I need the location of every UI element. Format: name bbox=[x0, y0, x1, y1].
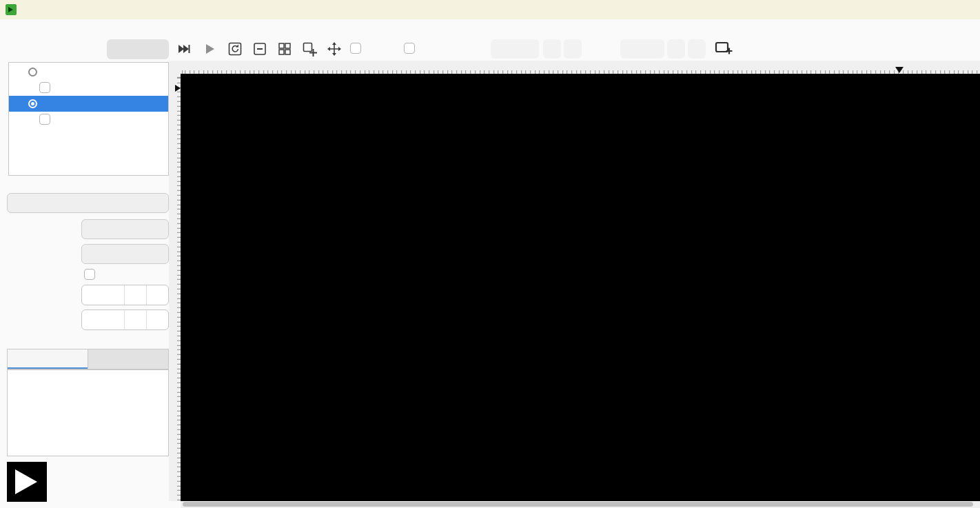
close-button[interactable] bbox=[949, 0, 980, 19]
info-tabbar bbox=[7, 349, 169, 369]
y-min-minus-button[interactable] bbox=[667, 39, 685, 59]
y-max-minus-button[interactable] bbox=[543, 39, 561, 59]
app-icon bbox=[6, 4, 17, 15]
y-tick-label bbox=[170, 131, 179, 159]
play-icon bbox=[202, 41, 217, 57]
y-tick-label bbox=[170, 178, 179, 205]
tree-row-device-1[interactable] bbox=[9, 96, 168, 112]
play-capture-button[interactable] bbox=[199, 40, 220, 58]
average-value[interactable] bbox=[82, 285, 125, 305]
move-plot-button[interactable] bbox=[324, 40, 345, 58]
average-spinner bbox=[81, 285, 169, 305]
y-min-input[interactable] bbox=[620, 39, 664, 59]
device-radio[interactable] bbox=[28, 68, 37, 77]
y-axis-ruler bbox=[169, 74, 181, 501]
adi-triangle-icon bbox=[7, 462, 47, 502]
y-tick-label bbox=[170, 318, 179, 346]
y-tick-label bbox=[170, 459, 179, 487]
y-tick-label bbox=[170, 225, 179, 252]
x-axis-ruler bbox=[169, 61, 980, 74]
disable-all-button[interactable] bbox=[107, 39, 169, 59]
new-plot-button[interactable] bbox=[714, 39, 733, 58]
minimize-button[interactable] bbox=[887, 0, 918, 19]
repeat-capture-icon bbox=[227, 41, 243, 57]
tree-row-device-0[interactable] bbox=[9, 64, 168, 80]
channel-checkbox[interactable] bbox=[39, 82, 50, 93]
adi-logo-icon bbox=[6, 4, 17, 15]
titlebar bbox=[0, 0, 980, 19]
add-window-button[interactable] bbox=[299, 40, 320, 58]
x-ruler-position-marker[interactable] bbox=[895, 67, 904, 73]
tree-row-channel-1-0[interactable] bbox=[9, 112, 168, 128]
y-tick-label bbox=[170, 412, 179, 440]
device-radio[interactable] bbox=[28, 99, 37, 108]
grid-icon bbox=[277, 41, 292, 57]
window-correction-checkbox[interactable] bbox=[84, 269, 95, 280]
show-grid-checkbox[interactable] bbox=[404, 43, 415, 54]
tab-devices[interactable] bbox=[88, 349, 168, 369]
window-plus-icon bbox=[302, 41, 317, 57]
y-max-input[interactable] bbox=[491, 39, 539, 59]
fft-size-combo[interactable] bbox=[81, 219, 169, 239]
pwr-offset-value[interactable] bbox=[82, 310, 125, 329]
fft-spectrum-plot[interactable] bbox=[181, 74, 980, 501]
capture-forward-button[interactable] bbox=[174, 40, 194, 58]
single-plot-button[interactable] bbox=[249, 40, 270, 58]
menubar bbox=[0, 19, 980, 36]
y-ruler-position-marker[interactable] bbox=[175, 85, 181, 92]
tree-row-channel-0-0[interactable] bbox=[9, 80, 168, 96]
move-cross-icon bbox=[327, 41, 342, 57]
analog-devices-logo-mark bbox=[7, 462, 47, 502]
maximize-button[interactable] bbox=[918, 0, 949, 19]
auto-scale-checkbox[interactable] bbox=[350, 43, 361, 54]
window-combo[interactable] bbox=[81, 244, 169, 264]
skip-forward-icon bbox=[176, 41, 192, 57]
plot-channels-tree bbox=[8, 62, 169, 176]
marker-info-list bbox=[7, 369, 169, 456]
tab-markers[interactable] bbox=[8, 349, 88, 369]
repeat-capture-button[interactable] bbox=[225, 40, 245, 58]
window-minus-icon bbox=[252, 41, 267, 57]
pwr-offset-spinner bbox=[81, 309, 169, 330]
y-tick-label bbox=[170, 365, 179, 393]
plot-horizontal-scrollbar[interactable] bbox=[181, 501, 980, 508]
grid-view-button[interactable] bbox=[274, 40, 295, 58]
y-min-plus-button[interactable] bbox=[688, 39, 706, 59]
pwr-offset-minus-button[interactable] bbox=[125, 310, 147, 329]
pwr-offset-plus-button[interactable] bbox=[147, 310, 168, 329]
average-minus-button[interactable] bbox=[125, 285, 147, 305]
plot-type-combo[interactable] bbox=[7, 193, 169, 213]
scrollbar-thumb[interactable] bbox=[183, 502, 973, 507]
y-tick-label bbox=[170, 272, 179, 299]
channel-checkbox[interactable] bbox=[39, 114, 50, 125]
y-max-plus-button[interactable] bbox=[564, 39, 582, 59]
new-plot-icon bbox=[714, 39, 733, 58]
average-plus-button[interactable] bbox=[147, 285, 168, 305]
